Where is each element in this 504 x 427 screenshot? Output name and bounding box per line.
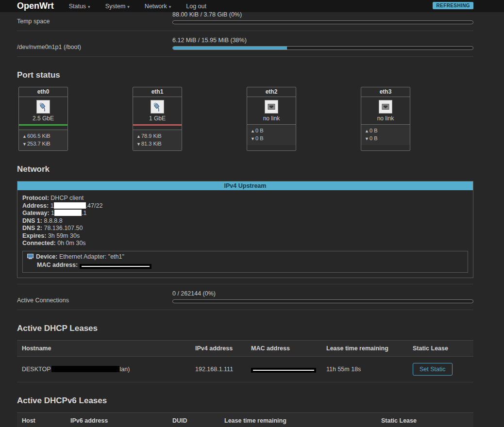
dhcpv6-leases-table: Host IPv6 address DUID Lease time remain… <box>17 412 473 427</box>
port-speed: 2.5 GbE <box>19 115 67 122</box>
stat-bar-area: 0 / 262144 (0%) <box>172 290 473 304</box>
dhcpv6-leases-heading: Active DHCPv6 Leases <box>17 396 473 406</box>
column-header-ipv6: IPv6 address <box>66 413 168 427</box>
menu-system-label: System <box>105 3 126 10</box>
column-header-static-lease: Static Lease <box>408 341 473 356</box>
tx-bytes: 0 B <box>255 128 264 133</box>
redacted-gateway <box>54 210 82 216</box>
progress-fill <box>173 47 287 49</box>
port-speed: 1 GbE <box>133 115 182 122</box>
download-icon: ▼ <box>22 141 27 148</box>
device-info-box: Device: Ethernet Adapter: "eth1" MAC add… <box>22 251 468 273</box>
tx-bytes: 78.9 KiB <box>141 133 162 139</box>
menu-system[interactable]: System▾ <box>105 3 130 10</box>
port-traffic-stats: ▲78.9 KiB ▼81.3 KiB <box>133 130 182 150</box>
menu-network-label: Network <box>145 3 167 10</box>
set-static-button[interactable]: Set Static <box>413 363 453 376</box>
port-card-eth2: eth2 no link ▲0 B ▼0 B <box>247 87 296 151</box>
port-card-eth3: eth3 no link ▲0 B ▼0 B <box>361 87 410 151</box>
stat-label: Temp space <box>17 11 172 25</box>
port-name: eth1 <box>133 87 182 97</box>
page-content: Temp space 88.00 KiB / 3.78 GiB (0%) /de… <box>17 5 473 427</box>
tx-bytes: 0 B <box>370 128 378 133</box>
stat-value: 0 / 262144 (0%) <box>172 290 473 298</box>
menu-status-label: Status <box>69 3 86 10</box>
rx-bytes: 0 B <box>370 135 378 141</box>
column-header-ipv4: IPv4 address <box>190 341 246 356</box>
rx-bytes: 0 B <box>255 135 264 141</box>
tx-bytes: 606.5 KiB <box>27 133 50 139</box>
port-body: no link <box>247 97 296 124</box>
device-line: Device: Ethernet Adapter: "eth1" <box>27 253 463 262</box>
ethernet-adapter-icon <box>27 253 34 262</box>
hostname-cell: DESKTOPlan) <box>17 360 190 379</box>
port-status-cards: eth0 2.5 GbE ▲606.5 KiB ▼253.7 KiB eth1 … <box>18 87 473 151</box>
port-body: 1 GbE <box>133 97 182 124</box>
upload-icon: ▲ <box>365 128 370 135</box>
table-header-row: Hostname IPv4 address MAC address Lease … <box>17 340 473 357</box>
download-icon: ▼ <box>136 141 141 148</box>
port-body: 2.5 GbE <box>19 97 67 124</box>
port-traffic-stats: ▲0 B ▼0 B <box>361 124 410 145</box>
main-menu: Status▾ System▾ Network▾ Log out <box>54 3 206 10</box>
progress-bar <box>172 20 473 24</box>
mac-line: MAC address: <box>27 262 463 269</box>
refreshing-indicator[interactable]: REFRESHING <box>433 2 473 9</box>
column-header-static-lease: Static Lease <box>376 413 473 427</box>
ethernet-plug-icon <box>36 100 50 114</box>
upload-icon: ▲ <box>136 133 141 140</box>
lease-time-cell: 11h 55m 18s <box>321 360 408 379</box>
download-icon: ▼ <box>365 135 370 143</box>
network-heading: Network <box>17 164 473 174</box>
stat-value: 6.12 MiB / 15.95 MiB (38%) <box>172 37 473 45</box>
menu-logout[interactable]: Log out <box>186 3 206 10</box>
port-body: no link <box>361 97 410 124</box>
ethernet-socket-icon <box>379 100 392 114</box>
dhcp-leases-table: Hostname IPv4 address MAC address Lease … <box>17 340 473 382</box>
stat-bar-area: 88.00 KiB / 3.78 GiB (0%) <box>172 11 473 25</box>
rx-bytes: 81.3 KiB <box>141 141 162 147</box>
upload-icon: ▲ <box>22 133 27 140</box>
field-dns2: DNS 2: 78.136.107.50 <box>22 225 468 232</box>
redacted-address <box>54 202 86 209</box>
port-traffic-stats: ▲606.5 KiB ▼253.7 KiB <box>19 130 67 150</box>
top-navbar: OpenWrt Status▾ System▾ Network▾ Log out… <box>0 0 504 12</box>
active-connections-row: Active Connections 0 / 262144 (0%) <box>17 284 473 310</box>
ethernet-plug-icon <box>151 100 164 114</box>
progress-bar <box>172 299 473 303</box>
redacted-mac <box>251 368 316 373</box>
port-link-indicator <box>19 124 67 126</box>
ipv4-upstream-card: IPv4 Upstream Protocol: DHCP client Addr… <box>17 181 473 278</box>
table-row: DESKTOPlan) 192.168.1.111 11h 55m 18s Se… <box>17 357 473 382</box>
upload-icon: ▲ <box>251 128 255 135</box>
port-status-heading: Port status <box>17 70 473 80</box>
port-card-eth0: eth0 2.5 GbE ▲606.5 KiB ▼253.7 KiB <box>18 87 68 151</box>
port-name: eth3 <box>361 87 410 97</box>
menu-network[interactable]: Network▾ <box>145 3 171 10</box>
field-gateway: Gateway: 1.1 <box>22 210 468 217</box>
port-traffic-stats: ▲0 B ▼0 B <box>247 124 296 145</box>
caret-down-icon: ▾ <box>127 4 130 9</box>
caret-down-icon: ▾ <box>169 4 171 9</box>
mac-cell <box>246 359 321 379</box>
download-icon: ▼ <box>251 135 255 143</box>
redacted-hostname <box>51 366 119 372</box>
table-header-row: Host IPv6 address DUID Lease time remain… <box>17 412 473 427</box>
static-lease-cell: Set Static <box>408 357 473 382</box>
redacted-mac-address <box>80 264 151 269</box>
stat-row-boot-partition: /dev/nvme0n1p1 (/boot) 6.12 MiB / 15.95 … <box>17 31 473 57</box>
port-name: eth2 <box>247 87 296 97</box>
port-name: eth0 <box>19 87 67 97</box>
brand-logo[interactable]: OpenWrt <box>17 0 54 12</box>
progress-bar <box>172 46 473 50</box>
ipv4-upstream-title: IPv4 Upstream <box>17 181 473 190</box>
stat-label: /dev/nvme0n1p1 (/boot) <box>17 37 172 50</box>
field-address: Address: 1.47/22 <box>22 202 468 210</box>
ethernet-socket-icon <box>265 100 278 114</box>
field-dns1: DNS 1: 8.8.8.8 <box>22 217 468 225</box>
column-header-mac: MAC address <box>246 341 321 356</box>
menu-status[interactable]: Status▾ <box>69 3 90 10</box>
stat-value: 88.00 KiB / 3.78 GiB (0%) <box>172 11 473 19</box>
ipv4-cell: 192.168.1.111 <box>190 360 246 379</box>
stat-bar-area: 6.12 MiB / 15.95 MiB (38%) <box>172 37 473 50</box>
